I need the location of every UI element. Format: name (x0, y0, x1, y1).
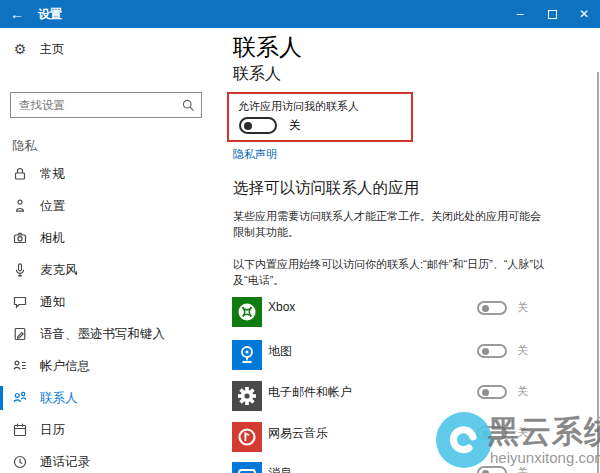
back-arrow-icon: ← (10, 6, 24, 22)
window-controls: – ✕ (504, 0, 600, 28)
contacts-icon (12, 390, 28, 406)
messaging-tile-icon (232, 462, 262, 473)
back-button[interactable]: ← (0, 0, 34, 28)
sidebar-item-contacts[interactable]: 联系人 (0, 382, 230, 414)
toggle-off-disabled-icon (477, 426, 507, 440)
close-icon: ✕ (579, 7, 589, 21)
lock-icon (12, 166, 28, 182)
master-toggle-label: 允许应用访问我的联系人 (238, 99, 359, 114)
sidebar-item-notifications[interactable]: 通知 (0, 286, 230, 318)
builtin-apps-description: 以下内置应用始终可以访问你的联系人:“邮件”和“日历”、“人脉”以及“电话”。 (233, 256, 545, 288)
email-accounts-toggle[interactable]: 关 (477, 384, 528, 399)
search-icon[interactable] (175, 99, 201, 112)
sidebar-item-location[interactable]: 位置 (0, 190, 230, 222)
clock-icon (12, 454, 28, 470)
search-input[interactable] (11, 99, 175, 111)
privacy-section-label: 隐私 (12, 138, 37, 155)
master-toggle-state: 关 (289, 118, 301, 133)
xbox-tile-icon (232, 297, 262, 327)
messaging-toggle[interactable]: 关 (477, 465, 528, 473)
netease-music-tile-icon (232, 422, 262, 452)
apps-description: 某些应用需要访问联系人才能正常工作。关闭此处的应用可能会限制其功能。 (233, 208, 545, 240)
calendar-icon (12, 422, 28, 438)
minimize-button[interactable]: – (504, 0, 536, 28)
person-icon (12, 198, 28, 214)
close-button[interactable]: ✕ (568, 0, 600, 28)
app-row-email-accounts: 电子邮件和帐户 关 (232, 381, 600, 424)
maximize-icon (548, 10, 557, 19)
microphone-icon (12, 262, 28, 278)
sidebar-item-calendar[interactable]: 日历 (0, 414, 230, 446)
privacy-statement-link[interactable]: 隐私声明 (233, 147, 277, 162)
sidebar-item-camera[interactable]: 相机 (0, 222, 230, 254)
toggle-off-disabled-icon (477, 466, 507, 473)
netease-music-toggle[interactable]: 关 (477, 425, 528, 440)
sidebar-item-microphone[interactable]: 麦克风 (0, 254, 230, 286)
maps-tile-icon (232, 340, 262, 370)
settings-window: ← 设置 – ✕ ⚙ 主页 隐私 常规 位置 (0, 0, 600, 473)
ink-pen-icon (12, 326, 28, 342)
sidebar: ⚙ 主页 隐私 常规 位置 相机 麦克风 (0, 28, 230, 473)
page-title: 联系人 (233, 32, 302, 63)
app-row-messaging: 消息 关 (232, 462, 600, 473)
sidebar-item-home[interactable]: ⚙ 主页 (0, 34, 230, 64)
main-content: 联系人 联系人 允许应用访问我的联系人 关 隐私声明 选择可以访问联系人的应用 … (230, 28, 600, 473)
titlebar: ← 设置 – ✕ (0, 0, 600, 28)
toggle-off-disabled-icon (477, 344, 507, 358)
home-label: 主页 (40, 41, 64, 58)
gear-icon: ⚙ (12, 41, 28, 57)
sidebar-item-speech-inking[interactable]: 语音、墨迹书写和键入 (0, 318, 230, 350)
toggle-off-icon (239, 117, 277, 134)
master-contacts-toggle[interactable]: 关 (239, 117, 301, 134)
vertical-scrollbar[interactable] (597, 72, 599, 473)
choose-apps-heading: 选择可以访问联系人的应用 (233, 178, 419, 199)
sidebar-item-call-history[interactable]: 通话记录 (0, 446, 230, 473)
id-card-icon (12, 358, 28, 374)
toggle-off-disabled-icon (477, 385, 507, 399)
sidebar-item-account-info[interactable]: 帐户信息 (0, 350, 230, 382)
toggle-off-disabled-icon (477, 301, 507, 315)
xbox-toggle[interactable]: 关 (477, 300, 528, 315)
search-box (10, 92, 202, 118)
app-row-netease-music: 网易云音乐 关 (232, 422, 600, 465)
sidebar-item-general[interactable]: 常规 (0, 158, 230, 190)
window-title: 设置 (38, 6, 62, 23)
email-accounts-tile-icon (232, 381, 262, 411)
app-row-xbox: Xbox 关 (232, 297, 600, 340)
minimize-icon: – (517, 7, 524, 21)
app-row-maps: 地图 关 (232, 340, 600, 383)
maximize-button[interactable] (536, 0, 568, 28)
contacts-section-heading: 联系人 (233, 64, 281, 85)
sidebar-nav: 常规 位置 相机 麦克风 通知 语音、墨迹书写和键入 (0, 158, 230, 473)
maps-toggle[interactable]: 关 (477, 343, 528, 358)
camera-icon (12, 230, 28, 246)
speech-bubble-icon (12, 294, 28, 310)
